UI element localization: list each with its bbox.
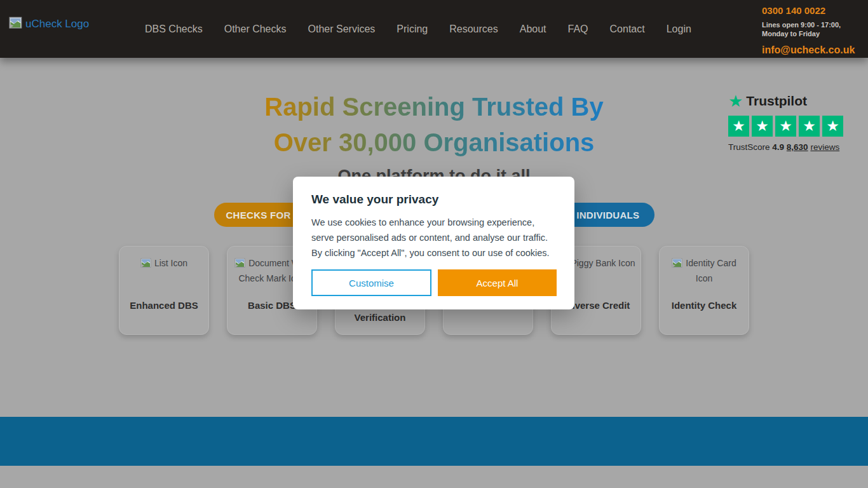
star-icon: ★ — [775, 116, 796, 137]
header-contact-block: 0300 140 0022 Lines open 9:00 - 17:00, M… — [762, 5, 864, 56]
trustpilot-logo: ★ Trustpilot — [728, 93, 845, 109]
card-broken-image: Identity Card Icon — [663, 257, 745, 285]
card-broken-image: List Icon — [123, 257, 205, 272]
reviews-count: 8,630 — [787, 142, 808, 152]
nav-item-contact[interactable]: Contact — [610, 24, 645, 35]
cookie-dialog-body: We use cookies to enhance your browsing … — [311, 215, 557, 261]
trustpilot-star-icon: ★ — [728, 93, 743, 109]
ucheck-logo[interactable]: uCheck Logo — [9, 17, 89, 32]
reviews-label: reviews — [810, 142, 839, 152]
trustpilot-rating-stars: ★ ★ ★ ★ ★ — [728, 116, 845, 137]
broken-image-icon — [234, 260, 246, 270]
logo-alt-text: uCheck Logo — [25, 18, 89, 30]
nav-item-faq[interactable]: FAQ — [568, 24, 588, 35]
card-label: Identity Check — [662, 299, 746, 311]
customise-button[interactable]: Customise — [311, 269, 431, 296]
cookie-dialog-title: We value your privacy — [311, 193, 557, 207]
card-label: Enhanced DBS — [122, 299, 206, 311]
opening-hours: Lines open 9:00 - 17:00, Monday to Frida… — [762, 20, 864, 38]
main-nav: DBS Checks Other Checks Other Services P… — [145, 0, 691, 58]
phone-number-link[interactable]: 0300 140 0022 — [762, 5, 864, 16]
nav-item-other-checks[interactable]: Other Checks — [224, 24, 287, 35]
cookie-consent-dialog: We value your privacy We use cookies to … — [293, 177, 574, 309]
star-icon: ★ — [752, 116, 773, 137]
card-identity-check[interactable]: Identity Card Icon Identity Check — [659, 246, 749, 335]
cookie-dialog-actions: Customise Accept All — [311, 269, 557, 296]
nav-item-about[interactable]: About — [520, 24, 546, 35]
star-icon: ★ — [822, 116, 843, 137]
trustscore-value: 4.9 — [772, 142, 784, 152]
card-enhanced-dbs[interactable]: List Icon Enhanced DBS — [119, 246, 209, 335]
top-navigation-bar: uCheck Logo DBS Checks Other Checks Othe… — [0, 0, 868, 58]
nav-item-login[interactable]: Login — [667, 24, 691, 35]
star-icon: ★ — [799, 116, 820, 137]
nav-item-pricing[interactable]: Pricing — [397, 24, 428, 35]
accept-all-button[interactable]: Accept All — [438, 269, 557, 296]
nav-item-resources[interactable]: Resources — [449, 24, 498, 35]
broken-image-icon — [672, 260, 683, 270]
broken-image-icon — [140, 260, 152, 270]
email-link[interactable]: info@ucheck.co.uk — [762, 44, 864, 56]
trustscore-line: TrustScore 4.9 8,630 reviews — [728, 142, 845, 152]
star-icon: ★ — [728, 116, 749, 137]
trustpilot-widget[interactable]: ★ Trustpilot ★ ★ ★ ★ ★ TrustScore 4.9 8,… — [728, 93, 845, 152]
nav-item-other-services[interactable]: Other Services — [308, 24, 376, 35]
nav-item-dbs-checks[interactable]: DBS Checks — [145, 24, 203, 35]
clients-bar: Some of our clients — [0, 417, 868, 466]
broken-image-icon — [9, 17, 23, 32]
